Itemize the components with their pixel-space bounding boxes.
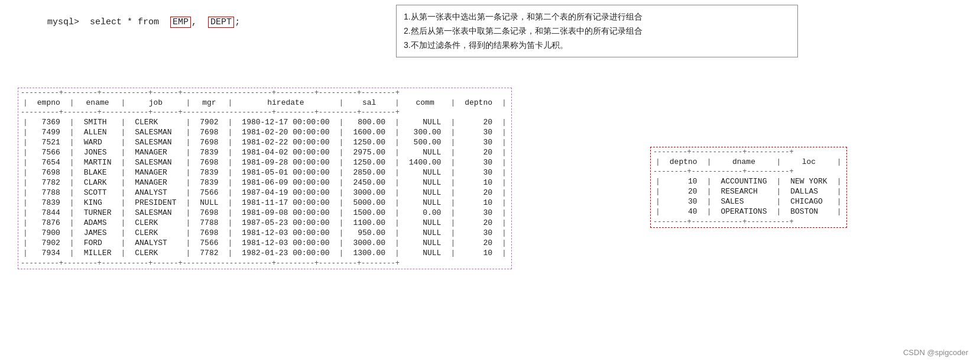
emp-header: | empno | ename | job | mgr | hiredate |… xyxy=(18,98,511,108)
emp-row: |7782|CLARK|MANAGER|7839|1981-06-09 00:0… xyxy=(18,178,511,188)
svg-line-0 xyxy=(511,123,653,192)
col-empno: empno xyxy=(33,98,65,108)
emp-row: |7654|MARTIN|SALESMAN|7698|1981-09-28 00… xyxy=(18,157,511,167)
dept-table: --------+------------+----------+ | dept… xyxy=(651,147,846,227)
svg-line-4 xyxy=(511,163,653,202)
dept-row: |40|OPERATIONS|BOSTON| xyxy=(651,207,846,217)
emp-header-sep: ---------+--------+-----------+------+--… xyxy=(18,108,511,117)
annotation-line-1: 1.从第一张表中选出第一条记录，和第二个表的所有记录进行组合 xyxy=(404,10,790,24)
emp-row: |7902|FORD|ANALYST|7566|1981-12-03 00:00… xyxy=(18,238,511,248)
dept-header: | deptno | dname | loc | xyxy=(651,157,846,167)
emp-row: |7566|JONES|MANAGER|7839|1981-04-02 00:0… xyxy=(18,147,511,157)
sql-table2: DEPT xyxy=(208,17,234,28)
emp-row: |7934|MILLER|CLERK|7782|1982-01-23 00:00… xyxy=(18,248,511,258)
col-comm: comm xyxy=(404,98,446,108)
emp-row: |7844|TURNER|SALESMAN|7698|1981-09-08 00… xyxy=(18,208,511,218)
svg-line-1 xyxy=(511,133,653,202)
annotation-line-3: 3.不加过滤条件，得到的结果称为笛卡儿积。 xyxy=(404,38,790,53)
dept-col-deptno: deptno xyxy=(665,157,702,167)
emp-row: |7839|KING|PRESIDENT|NULL|1981-11-17 00:… xyxy=(18,198,511,208)
emp-row: |7698|BLAKE|MANAGER|7839|1981-05-01 00:0… xyxy=(18,167,511,178)
dept-bottom-sep: --------+------------+----------+ xyxy=(651,217,846,227)
emp-row: |7521|WARD|SALESMAN|7698|1981-02-22 00:0… xyxy=(18,137,511,147)
svg-line-3 xyxy=(511,153,653,192)
emp-row: |7900|JAMES|CLERK|7698|1981-12-03 00:00:… xyxy=(18,228,511,238)
emp-row: |7499|ALLEN|SALESMAN|7698|1981-02-20 00:… xyxy=(18,127,511,137)
sql-table1: EMP xyxy=(170,17,191,28)
dept-row: |10|ACCOUNTING|NEW YORK| xyxy=(651,176,846,186)
watermark: CSDN @spigcoder xyxy=(903,348,968,357)
emp-table-container: ---------+--------+-----------+------+--… xyxy=(18,88,512,269)
dept-col-dname: dname xyxy=(716,157,771,167)
col-ename: ename xyxy=(79,98,116,108)
emp-row: |7369|SMITH|CLERK|7902|1980-12-17 00:00:… xyxy=(18,117,511,127)
col-mgr: mgr xyxy=(195,98,223,108)
dept-row: |30|SALES|CHICAGO| xyxy=(651,197,846,207)
dept-header-sep: --------+------------+----------+ xyxy=(651,167,846,176)
sql-command-line: mysql> select * from EMP, DEPT; xyxy=(47,17,240,28)
svg-line-2 xyxy=(511,143,653,202)
dept-table-container: --------+------------+----------+ | dept… xyxy=(650,147,847,228)
col-sal: sal xyxy=(348,98,390,108)
col-job: job xyxy=(130,98,181,108)
emp-row: |7876|ADAMS|CLERK|7788|1987-05-23 00:00:… xyxy=(18,218,511,228)
emp-table: ---------+--------+-----------+------+--… xyxy=(18,88,511,269)
sql-query: select * from xyxy=(90,17,159,27)
col-hiredate: hiredate xyxy=(237,98,334,108)
annotation-box: 1.从第一张表中选出第一条记录，和第二个表的所有记录进行组合 2.然后从第一张表… xyxy=(396,5,798,57)
dept-row: |20|RESEARCH|DALLAS| xyxy=(651,186,846,197)
emp-row: |7788|SCOTT|ANALYST|7566|1987-04-19 00:0… xyxy=(18,188,511,198)
emp-bottom-sep: ---------+--------+-----------+------+--… xyxy=(18,258,511,269)
col-deptno: deptno xyxy=(460,98,497,108)
dept-col-loc: loc xyxy=(786,157,832,167)
annotation-line-2: 2.然后从第一张表中取第二条记录，和第二张表中的所有记录组合 xyxy=(404,24,790,38)
sql-prompt: mysql> xyxy=(47,17,79,27)
page-wrapper: mysql> select * from EMP, DEPT; 1.从第一张表中… xyxy=(0,0,980,364)
sql-semicolon: ; xyxy=(235,17,240,27)
emp-top-sep: ---------+--------+-----------+------+--… xyxy=(18,88,511,98)
dept-top-sep: --------+------------+----------+ xyxy=(651,147,846,157)
